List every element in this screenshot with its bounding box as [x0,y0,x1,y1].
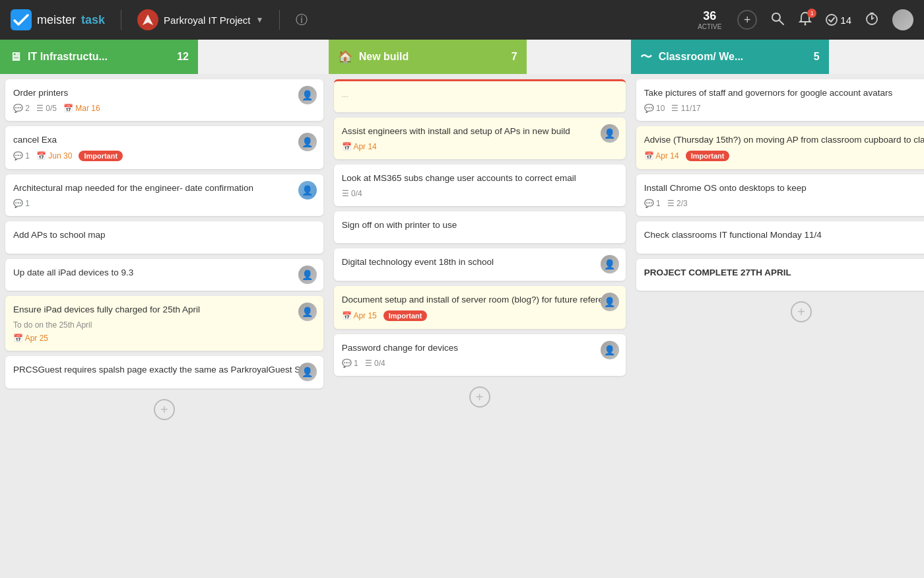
comment-count: 💬 1 [13,199,30,208]
card-meta: 💬 1 ☰ 0/4 [342,359,618,368]
it-infra-title: IT Infrastructu... [28,51,170,63]
due-date: 📅 Apr 14 [342,142,377,151]
svg-point-1 [772,13,780,21]
it-infra-icon: 🖥 [9,50,21,64]
card-meta: 💬 1 [13,199,315,208]
card-password-change: Password change for devices 💬 1 ☰ 0/4 👤 [334,334,626,376]
important-tag: Important [686,151,730,161]
card-title: Ensure iPad devices fully charged for 25… [13,304,315,316]
card-prcguest: PRCSGuest requires spalsh page exactly t… [5,356,323,388]
assignee-avatar: 👤 [298,303,317,321]
card-title: Assist engineers with install and setup … [342,126,618,138]
card-project-complete: PROJECT COMPLETE 27TH APRIL [636,259,924,291]
card-title: Sign off on with printer to use [342,219,618,232]
assignee-avatar: 👤 [298,266,317,284]
new-build-title: New build [359,51,505,63]
add-card-button[interactable]: + [469,386,490,408]
card-title: Look at MS365 subs change user accounts … [342,172,618,185]
timer-icon[interactable] [865,11,879,29]
comment-count: 💬 1 [13,151,30,161]
card-meta: 📅 Apr 15 Important [342,310,618,321]
card-ms365: Look at MS365 subs change user accounts … [334,164,626,206]
card-title: ... [342,89,618,100]
card-title: Digital technology event 18th in school [342,256,618,269]
card-chrome-os: Install Chrome OS onto desktops to keep … [636,174,924,216]
checklist: ☰ 0/5 [36,104,57,113]
column-header-new-build: 🏠 New build 7 [329,40,527,74]
card-arch-map: Architectural map needed for the enginee… [5,174,323,216]
top-navigation: meistertask Parkroyal IT Project ▼ ⓘ 36 … [0,0,924,40]
card-assist-engineers: Assist engineers with install and setup … [334,118,626,159]
checklist: ☰ 0/4 [342,189,362,198]
card-meta: 📅 Apr 14 [342,142,618,151]
user-avatar[interactable] [892,9,913,30]
card-order-printers: Order printers 💬 2 ☰ 0/5 📅 Mar 16 👤 [5,79,323,121]
checklist: ☰ 11/17 [671,104,700,113]
due-date: 📅 Apr 14 [644,151,679,161]
active-number: 36 [698,9,721,23]
card-document-server: Document setup and install of server roo… [334,286,626,329]
card-title: PRCSGuest requires spalsh page exactly t… [13,364,315,377]
it-infra-body: Order printers 💬 2 ☰ 0/5 📅 Mar 16 👤 canc… [0,74,329,578]
nav-divider-2 [279,10,280,30]
project-selector[interactable]: Parkroyal IT Project ▼ [137,9,263,30]
card-title: Architectural map needed for the enginee… [13,182,315,195]
check-count[interactable]: 14 [826,14,851,26]
app-logo[interactable]: meistertask [11,9,105,30]
assignee-avatar: 👤 [601,341,619,359]
notification-badge: 1 [807,9,816,18]
column-classroom: 〜 Classroom/ We... 5 Take pictures of st… [631,40,924,578]
project-icon [137,9,158,30]
card-check-classrooms: Check classrooms IT functional Monday 11… [636,221,924,254]
due-date: 📅 Jun 30 [36,151,72,161]
project-chevron-icon[interactable]: ▼ [255,15,263,24]
logo-text-meister: meister [37,13,76,27]
card-title: Order printers [13,87,315,100]
card-title: PROJECT COMPLETE 27TH APRIL [644,267,924,279]
check-number: 14 [840,15,851,26]
card-title: cancel Exa [13,134,315,147]
add-card-button[interactable]: + [791,301,812,322]
classroom-count: 5 [814,51,820,63]
search-icon[interactable] [770,11,785,29]
active-label: ACTIVE [698,23,721,30]
column-header-classroom: 〜 Classroom/ We... 5 [631,40,829,74]
nav-actions: + 1 14 [737,9,913,30]
new-build-count: 7 [512,51,517,63]
important-tag: Important [383,310,428,321]
assignee-avatar: 👤 [601,124,619,143]
project-name: Parkroyal IT Project [164,15,250,26]
add-card-button[interactable]: + [154,399,175,420]
card-sign-off-printer: Sign off on with printer to use [334,211,626,244]
card-digital-tech-event: Digital technology event 18th in school … [334,248,626,281]
due-date: 📅 Apr 15 [342,311,377,320]
card-meta: 💬 1 ☰ 2/3 [644,199,924,208]
it-infra-count: 12 [177,51,189,63]
card-take-pictures: Take pictures of staff and governors for… [636,79,924,121]
assignee-avatar: 👤 [298,363,317,381]
meistertask-logo-icon [11,9,32,30]
svg-point-4 [805,23,807,25]
add-button[interactable]: + [737,10,757,30]
card-add-aps: Add APs to school map [5,221,323,254]
new-build-body: ... Assist engineers with install and se… [329,74,631,578]
info-icon[interactable]: ⓘ [296,12,308,28]
notifications-icon[interactable]: 1 [798,11,812,29]
checklist: ☰ 2/3 [667,199,688,208]
assignee-avatar: 👤 [298,133,317,151]
card-cancel-exa: cancel Exa 💬 1 📅 Jun 30 Important 👤 [5,126,323,169]
column-new-build: 🏠 New build 7 ... Assist engineers with … [329,40,631,578]
due-date: 📅 Apr 25 [13,334,48,343]
active-count-display: 36 ACTIVE [698,9,721,30]
card-meta: 💬 10 ☰ 11/17 [644,104,924,113]
due-date: 📅 Mar 16 [63,104,100,113]
card-advise-ap: Advise (Thursday 15th?) on moving AP fro… [636,126,924,169]
column-header-it-infra: 🖥 IT Infrastructu... 12 [0,40,198,74]
logo-text-task: task [81,13,105,27]
card-meta: 💬 2 ☰ 0/5 📅 Mar 16 [13,104,315,113]
card-meta: 📅 Apr 14 Important [644,151,924,161]
comment-count: 💬 1 [342,359,358,368]
assignee-avatar: 👤 [601,293,619,311]
svg-point-5 [826,15,837,25]
card-title: Check classrooms IT functional Monday 11… [644,229,924,242]
